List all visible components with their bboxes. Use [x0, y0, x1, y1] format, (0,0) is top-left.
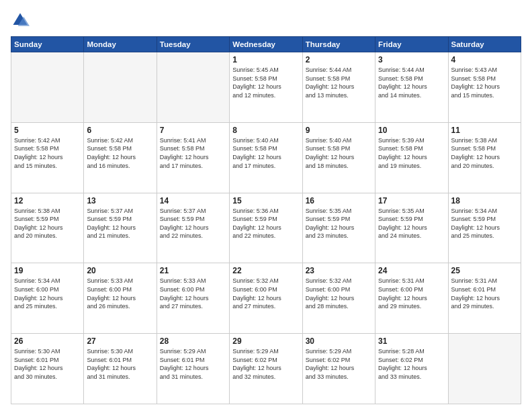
day-number: 26 [14, 336, 81, 346]
header-day-monday: Monday [84, 37, 157, 52]
day-info: Sunrise: 5:41 AM Sunset: 5:58 PM Dayligh… [160, 136, 226, 170]
day-number: 2 [306, 55, 372, 64]
day-info: Sunrise: 5:38 AM Sunset: 5:59 PM Dayligh… [14, 207, 81, 240]
day-number: 5 [14, 126, 81, 135]
day-number: 13 [87, 196, 153, 205]
day-number: 10 [378, 126, 445, 135]
calendar-cell: 20Sunrise: 5:33 AM Sunset: 6:00 PM Dayli… [84, 263, 157, 334]
day-info: Sunrise: 5:45 AM Sunset: 5:58 PM Dayligh… [232, 66, 299, 99]
calendar-cell: 25Sunrise: 5:31 AM Sunset: 6:01 PM Dayli… [448, 263, 521, 334]
logo-icon [11, 11, 30, 30]
day-number: 23 [306, 266, 372, 275]
day-info: Sunrise: 5:43 AM Sunset: 5:58 PM Dayligh… [451, 66, 518, 99]
calendar-cell: 16Sunrise: 5:35 AM Sunset: 5:59 PM Dayli… [302, 193, 375, 263]
calendar-cell [157, 52, 229, 123]
day-info: Sunrise: 5:35 AM Sunset: 5:59 PM Dayligh… [378, 207, 445, 240]
calendar-cell: 15Sunrise: 5:36 AM Sunset: 5:59 PM Dayli… [230, 193, 302, 263]
day-info: Sunrise: 5:40 AM Sunset: 5:58 PM Dayligh… [232, 136, 299, 170]
day-info: Sunrise: 5:31 AM Sunset: 6:01 PM Dayligh… [451, 277, 518, 310]
day-number: 19 [14, 266, 81, 275]
day-number: 11 [451, 126, 518, 135]
calendar-cell: 19Sunrise: 5:34 AM Sunset: 6:00 PM Dayli… [11, 263, 84, 334]
week-row-3: 12Sunrise: 5:38 AM Sunset: 5:59 PM Dayli… [11, 193, 521, 263]
day-number: 15 [232, 196, 299, 205]
calendar-cell: 28Sunrise: 5:29 AM Sunset: 6:01 PM Dayli… [157, 334, 229, 404]
day-number: 3 [378, 55, 445, 64]
day-info: Sunrise: 5:37 AM Sunset: 5:59 PM Dayligh… [87, 207, 153, 240]
calendar-table: SundayMondayTuesdayWednesdayThursdayFrid… [11, 36, 521, 404]
calendar-cell: 22Sunrise: 5:32 AM Sunset: 6:00 PM Dayli… [230, 263, 302, 334]
day-info: Sunrise: 5:39 AM Sunset: 5:58 PM Dayligh… [378, 136, 445, 170]
calendar-header-row: SundayMondayTuesdayWednesdayThursdayFrid… [11, 37, 521, 52]
day-number: 1 [232, 55, 299, 64]
day-info: Sunrise: 5:32 AM Sunset: 6:00 PM Dayligh… [306, 277, 372, 310]
week-row-5: 26Sunrise: 5:30 AM Sunset: 6:01 PM Dayli… [11, 334, 521, 404]
calendar-cell: 21Sunrise: 5:33 AM Sunset: 6:00 PM Dayli… [157, 263, 229, 334]
header-day-tuesday: Tuesday [157, 37, 229, 52]
day-number: 29 [232, 336, 299, 346]
header-day-wednesday: Wednesday [230, 37, 302, 52]
day-info: Sunrise: 5:31 AM Sunset: 6:00 PM Dayligh… [378, 277, 445, 310]
calendar-cell: 29Sunrise: 5:29 AM Sunset: 6:02 PM Dayli… [230, 334, 302, 404]
day-number: 18 [451, 196, 518, 205]
week-row-2: 5Sunrise: 5:42 AM Sunset: 5:58 PM Daylig… [11, 122, 521, 193]
day-info: Sunrise: 5:42 AM Sunset: 5:58 PM Dayligh… [14, 136, 81, 170]
day-number: 25 [451, 266, 518, 275]
day-info: Sunrise: 5:32 AM Sunset: 6:00 PM Dayligh… [232, 277, 299, 310]
day-info: Sunrise: 5:29 AM Sunset: 6:01 PM Dayligh… [160, 347, 226, 381]
calendar-cell: 23Sunrise: 5:32 AM Sunset: 6:00 PM Dayli… [302, 263, 375, 334]
day-info: Sunrise: 5:29 AM Sunset: 6:02 PM Dayligh… [232, 347, 299, 381]
calendar-cell: 27Sunrise: 5:30 AM Sunset: 6:01 PM Dayli… [84, 334, 157, 404]
header-day-saturday: Saturday [448, 37, 521, 52]
header-day-friday: Friday [375, 37, 448, 52]
day-number: 8 [232, 126, 299, 135]
calendar-body: 1Sunrise: 5:45 AM Sunset: 5:58 PM Daylig… [11, 52, 521, 404]
calendar-cell [448, 334, 521, 404]
calendar-cell: 6Sunrise: 5:42 AM Sunset: 5:58 PM Daylig… [84, 122, 157, 193]
day-number: 16 [306, 196, 372, 205]
day-info: Sunrise: 5:33 AM Sunset: 6:00 PM Dayligh… [87, 277, 153, 310]
calendar-cell: 13Sunrise: 5:37 AM Sunset: 5:59 PM Dayli… [84, 193, 157, 263]
calendar-cell [84, 52, 157, 123]
day-number: 7 [160, 126, 226, 135]
day-number: 9 [306, 126, 372, 135]
day-info: Sunrise: 5:38 AM Sunset: 5:58 PM Dayligh… [451, 136, 518, 170]
logo [11, 11, 32, 30]
day-info: Sunrise: 5:44 AM Sunset: 5:58 PM Dayligh… [306, 66, 372, 99]
day-info: Sunrise: 5:35 AM Sunset: 5:59 PM Dayligh… [306, 207, 372, 240]
header-day-sunday: Sunday [11, 37, 84, 52]
calendar-cell: 3Sunrise: 5:44 AM Sunset: 5:58 PM Daylig… [375, 52, 448, 123]
calendar-cell: 2Sunrise: 5:44 AM Sunset: 5:58 PM Daylig… [302, 52, 375, 123]
calendar-cell: 11Sunrise: 5:38 AM Sunset: 5:58 PM Dayli… [448, 122, 521, 193]
day-info: Sunrise: 5:30 AM Sunset: 6:01 PM Dayligh… [14, 347, 81, 381]
day-number: 24 [378, 266, 445, 275]
header [11, 11, 521, 30]
day-number: 20 [87, 266, 153, 275]
day-number: 22 [232, 266, 299, 275]
day-info: Sunrise: 5:40 AM Sunset: 5:58 PM Dayligh… [306, 136, 372, 170]
day-number: 12 [14, 196, 81, 205]
header-day-thursday: Thursday [302, 37, 375, 52]
calendar-cell [11, 52, 84, 123]
day-info: Sunrise: 5:30 AM Sunset: 6:01 PM Dayligh… [87, 347, 153, 381]
calendar-cell: 1Sunrise: 5:45 AM Sunset: 5:58 PM Daylig… [230, 52, 302, 123]
day-number: 6 [87, 126, 153, 135]
day-number: 21 [160, 266, 226, 275]
calendar-cell: 17Sunrise: 5:35 AM Sunset: 5:59 PM Dayli… [375, 193, 448, 263]
day-number: 30 [306, 336, 372, 346]
calendar-cell: 30Sunrise: 5:29 AM Sunset: 6:02 PM Dayli… [302, 334, 375, 404]
page-container: SundayMondayTuesdayWednesdayThursdayFrid… [0, 0, 532, 411]
day-info: Sunrise: 5:29 AM Sunset: 6:02 PM Dayligh… [306, 347, 372, 381]
calendar-cell: 14Sunrise: 5:37 AM Sunset: 5:59 PM Dayli… [157, 193, 229, 263]
day-number: 4 [451, 55, 518, 64]
day-number: 14 [160, 196, 226, 205]
day-info: Sunrise: 5:34 AM Sunset: 5:59 PM Dayligh… [451, 207, 518, 240]
calendar-cell: 26Sunrise: 5:30 AM Sunset: 6:01 PM Dayli… [11, 334, 84, 404]
week-row-1: 1Sunrise: 5:45 AM Sunset: 5:58 PM Daylig… [11, 52, 521, 123]
calendar-cell: 31Sunrise: 5:28 AM Sunset: 6:02 PM Dayli… [375, 334, 448, 404]
day-number: 28 [160, 336, 226, 346]
day-number: 17 [378, 196, 445, 205]
day-info: Sunrise: 5:28 AM Sunset: 6:02 PM Dayligh… [378, 347, 445, 381]
calendar-cell: 5Sunrise: 5:42 AM Sunset: 5:58 PM Daylig… [11, 122, 84, 193]
day-info: Sunrise: 5:37 AM Sunset: 5:59 PM Dayligh… [160, 207, 226, 240]
